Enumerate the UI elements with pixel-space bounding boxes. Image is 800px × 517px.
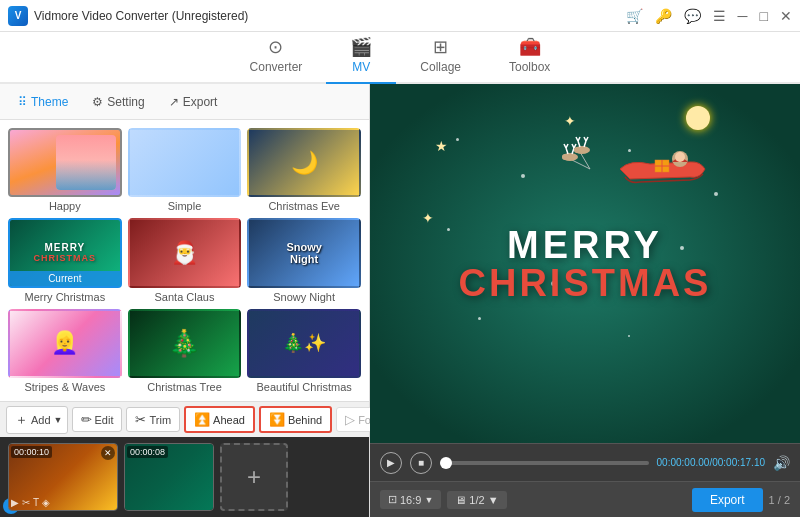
time-current: 00:00:00.00 (657, 457, 710, 468)
snow-5 (628, 149, 631, 152)
timeline: 00:00:10 ✕ ▶ ✂ T ◈ 00:00:08 + (0, 437, 369, 517)
progress-bar[interactable] (440, 461, 649, 465)
sub-tab-theme[interactable]: ⠿ Theme (8, 91, 78, 113)
add-clip-button[interactable]: + (220, 443, 288, 511)
theme-thumb-simple (128, 128, 242, 197)
timeline-clip-2[interactable]: 00:00:08 (124, 443, 214, 511)
bottom-controls: ⊡ 16:9 ▼ 🖥 1/2 ▼ Export 1 / 2 (370, 481, 800, 517)
export-icon: ↗ (169, 95, 179, 109)
sub-tab-setting-label: Setting (107, 95, 144, 109)
star-1: ★ (435, 138, 448, 154)
svg-line-4 (572, 148, 574, 154)
tab-mv-label: MV (352, 60, 370, 74)
maximize-icon[interactable]: □ (760, 8, 768, 24)
aspect-ratio-chevron: ▼ (424, 495, 433, 505)
snow-9 (714, 192, 718, 196)
theme-item-santa-claus[interactable]: 🎅 Santa Claus (128, 218, 242, 302)
theme-item-snowy-night[interactable]: SnowyNight Snowy Night (247, 218, 361, 302)
cut-clip-icon[interactable]: ✂ (22, 497, 30, 508)
title-bar: V Vidmore Video Converter (Unregistered)… (0, 0, 800, 32)
theme-item-simple[interactable]: Simple (128, 128, 242, 212)
tab-toolbox[interactable]: 🧰 Toolbox (485, 30, 574, 84)
snow-1 (456, 138, 459, 141)
menu-icon[interactable]: ☰ (713, 8, 726, 24)
star-4: ✦ (422, 210, 434, 226)
volume-icon[interactable]: 🔊 (773, 455, 790, 471)
setting-gear-icon: ⚙ (92, 95, 103, 109)
ahead-button[interactable]: ⏫ Ahead (184, 406, 255, 433)
app-logo: V (8, 6, 28, 26)
stop-button[interactable]: ■ (410, 452, 432, 474)
theme-stripes-waves-label: Stripes & Waves (24, 381, 105, 393)
theme-thumb-christmas-tree: 🎄 (128, 309, 242, 378)
minimize-icon[interactable]: ─ (738, 8, 748, 24)
clip-controls-1: ▶ ✂ T ◈ (11, 497, 50, 508)
edit-icon: ✏ (81, 412, 92, 427)
theme-item-christmas-tree[interactable]: 🎄 Christmas Tree (128, 309, 242, 393)
theme-thumb-beautiful-christmas: 🎄✨ (247, 309, 361, 378)
playback-controls: ▶ ■ 00:00:00.00/00:00:17.10 🔊 (370, 443, 800, 481)
add-label: Add (31, 414, 51, 426)
edit-button[interactable]: ✏ Edit (72, 407, 123, 432)
theme-thumb-christmas-eve: 🌙 (247, 128, 361, 197)
svg-line-6 (566, 144, 568, 148)
theme-happy-label: Happy (49, 200, 81, 212)
play-clip-icon[interactable]: ▶ (11, 497, 19, 508)
svg-line-16 (586, 137, 588, 141)
theme-item-happy[interactable]: Happy (8, 128, 122, 212)
close-icon[interactable]: ✕ (780, 8, 792, 24)
sleigh-area (560, 114, 740, 214)
svg-line-14 (578, 137, 580, 141)
clip-close-1[interactable]: ✕ (101, 446, 115, 460)
timeline-clip-1[interactable]: 00:00:10 ✕ ▶ ✂ T ◈ (8, 443, 118, 511)
theme-item-beautiful-christmas[interactable]: 🎄✨ Beautiful Christmas (247, 309, 361, 393)
progress-dot[interactable] (440, 457, 452, 469)
theme-item-stripes-waves[interactable]: 👱‍♀️ Stripes & Waves (8, 309, 122, 393)
sub-tab-setting[interactable]: ⚙ Setting (82, 91, 154, 113)
aspect-ratio-button[interactable]: ⊡ 16:9 ▼ (380, 490, 441, 509)
effect-clip-icon[interactable]: ◈ (42, 497, 50, 508)
theme-dots-icon: ⠿ (18, 95, 27, 109)
shopping-cart-icon[interactable]: 🛒 (626, 8, 643, 24)
ahead-label: Ahead (213, 414, 245, 426)
tab-converter[interactable]: ⊙ Converter (226, 30, 327, 84)
preview-area: ★ ✦ ✦ ✦ (370, 84, 800, 443)
add-button[interactable]: ＋ Add ▼ (6, 406, 68, 434)
theme-christmas-tree-label: Christmas Tree (147, 381, 222, 393)
left-panel: ⠿ Theme ⚙ Setting ↗ Export (0, 84, 370, 517)
trim-button[interactable]: ✂ Trim (126, 407, 180, 432)
toolbox-icon: 🧰 (519, 36, 541, 58)
aspect-ratio-icon: ⊡ (388, 493, 397, 506)
key-icon[interactable]: 🔑 (655, 8, 672, 24)
tab-collage-label: Collage (420, 60, 461, 74)
behind-icon: ⏬ (269, 412, 285, 427)
theme-item-christmas-eve[interactable]: 🌙 Christmas Eve (247, 128, 361, 212)
behind-label: Behind (288, 414, 322, 426)
time-total: 00:00:17.10 (712, 457, 765, 468)
tab-collage[interactable]: ⊞ Collage (396, 30, 485, 84)
sub-tab-export-label: Export (183, 95, 218, 109)
svg-line-11 (578, 141, 580, 147)
message-icon[interactable]: 💬 (684, 8, 701, 24)
text-clip-icon[interactable]: T (33, 497, 39, 508)
svg-point-9 (562, 154, 568, 160)
monitor-chevron: ▼ (488, 494, 499, 506)
tab-toolbox-label: Toolbox (509, 60, 550, 74)
behind-button[interactable]: ⏬ Behind (259, 406, 332, 433)
trim-icon: ✂ (135, 412, 146, 427)
theme-thumb-snowy-night: SnowyNight (247, 218, 361, 287)
theme-grid: Happy Simple 🌙 Christmas Eve MERRY CHRIS… (0, 120, 369, 401)
sub-tab-export[interactable]: ↗ Export (159, 91, 228, 113)
monitor-button[interactable]: 🖥 1/2 ▼ (447, 491, 506, 509)
theme-beautiful-christmas-label: Beautiful Christmas (256, 381, 351, 393)
title-text: Vidmore Video Converter (Unregistered) (34, 9, 248, 23)
preview-merry-text: MERRY (459, 226, 712, 264)
tab-mv[interactable]: 🎬 MV (326, 30, 396, 84)
export-button[interactable]: Export (692, 488, 763, 512)
tab-converter-label: Converter (250, 60, 303, 74)
theme-merry-christmas-label: Merry Christmas (24, 291, 105, 303)
svg-line-12 (584, 141, 586, 147)
sub-tab-theme-label: Theme (31, 95, 68, 109)
theme-item-merry-christmas[interactable]: MERRY CHRISTMAS Current ✓ Merry Christma… (8, 218, 122, 302)
play-button[interactable]: ▶ (380, 452, 402, 474)
